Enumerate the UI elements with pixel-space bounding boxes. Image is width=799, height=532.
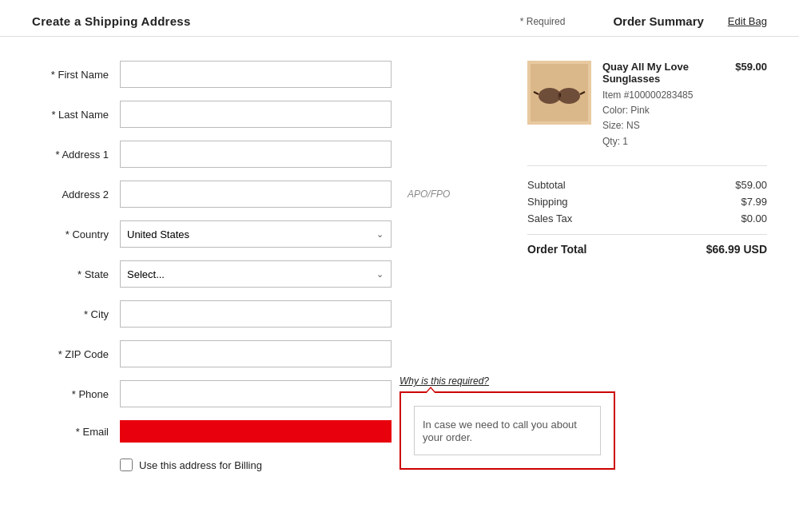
why-required-link[interactable]: Why is this required? xyxy=(400,375,489,387)
order-total-label: Order Total xyxy=(527,243,586,256)
product-name: Quay All My Love Sunglasses xyxy=(602,61,735,85)
item-number: Item #100000283485 xyxy=(602,88,767,103)
email-label: * Email xyxy=(32,426,120,438)
order-total-row: Order Total $66.99 USD xyxy=(527,234,767,256)
product-row: Quay All My Love Sunglasses $59.00 Item … xyxy=(527,61,767,166)
apo-fpo-link[interactable]: APO/FPO xyxy=(407,189,450,200)
state-select-wrapper: Select... ⌄ xyxy=(120,260,392,288)
order-summary-header: Order Summary Edit Bag xyxy=(613,14,767,28)
country-row: * Country United States ⌄ xyxy=(32,220,479,248)
order-summary-label: Order Summary xyxy=(613,14,703,28)
address1-row: * Address 1 xyxy=(32,141,479,168)
country-select[interactable]: United States xyxy=(120,220,392,248)
zip-row: * ZIP Code xyxy=(32,340,479,367)
phone-input[interactable] xyxy=(120,380,392,407)
page-header: Create a Shipping Address * Required Ord… xyxy=(0,0,799,37)
email-row: * Email xyxy=(32,420,479,443)
product-size: Size: NS xyxy=(602,118,767,133)
svg-point-1 xyxy=(539,88,561,104)
shipping-value: $7.99 xyxy=(741,196,767,208)
billing-label: Use this address for Billing xyxy=(139,459,262,471)
product-qty: Qty: 1 xyxy=(602,134,767,149)
first-name-label: * First Name xyxy=(32,69,120,81)
shipping-form: * First Name * Last Name * Address 1 Add… xyxy=(32,61,479,471)
address2-label: Address 2 xyxy=(32,189,120,200)
edit-bag-link[interactable]: Edit Bag xyxy=(728,15,767,27)
subtotal-value: $59.00 xyxy=(735,179,767,191)
state-label: * State xyxy=(32,268,120,280)
main-content: * First Name * Last Name * Address 1 Add… xyxy=(0,37,799,495)
subtotal-row: Subtotal $59.00 xyxy=(527,179,767,191)
sales-tax-label: Sales Tax xyxy=(527,212,572,224)
product-image xyxy=(527,61,591,125)
shipping-row: Shipping $7.99 xyxy=(527,196,767,208)
summary-rows: Subtotal $59.00 Shipping $7.99 Sales Tax… xyxy=(527,179,767,224)
last-name-input[interactable] xyxy=(120,101,392,128)
city-input[interactable] xyxy=(120,300,392,328)
first-name-row: * First Name xyxy=(32,61,479,88)
product-price: $59.00 xyxy=(735,61,767,73)
zip-input[interactable] xyxy=(120,340,392,367)
state-row: * State Select... ⌄ xyxy=(32,260,479,288)
page-title: Create a Shipping Address xyxy=(32,14,191,28)
product-info: Quay All My Love Sunglasses $59.00 Item … xyxy=(602,61,767,149)
address2-row: Address 2 APO/FPO xyxy=(32,181,479,208)
subtotal-label: Subtotal xyxy=(527,179,566,191)
city-row: * City xyxy=(32,300,479,328)
email-input[interactable] xyxy=(120,420,392,443)
sales-tax-value: $0.00 xyxy=(741,212,767,224)
phone-label: * Phone xyxy=(32,388,120,400)
product-thumbnail-svg xyxy=(531,64,588,121)
address1-label: * Address 1 xyxy=(32,149,120,161)
last-name-row: * Last Name xyxy=(32,101,479,128)
city-label: * City xyxy=(32,308,120,320)
last-name-label: * Last Name xyxy=(32,109,120,121)
country-label: * Country xyxy=(32,228,120,240)
billing-checkbox[interactable] xyxy=(120,459,133,471)
svg-point-2 xyxy=(558,88,580,104)
country-select-wrapper: United States ⌄ xyxy=(120,220,392,248)
order-total-value: $66.99 USD xyxy=(706,243,767,256)
required-note: * Required xyxy=(520,16,566,27)
state-select[interactable]: Select... xyxy=(120,260,392,288)
sales-tax-row: Sales Tax $0.00 xyxy=(527,212,767,224)
phone-row: * Phone Why is this required? In case we… xyxy=(32,380,479,407)
product-image-inner xyxy=(527,61,591,125)
address2-input[interactable] xyxy=(120,181,392,208)
first-name-input[interactable] xyxy=(120,61,392,88)
zip-label: * ZIP Code xyxy=(32,348,120,360)
product-color: Color: Pink xyxy=(602,103,767,118)
svg-rect-3 xyxy=(559,93,561,97)
shipping-label: Shipping xyxy=(527,196,568,208)
address1-input[interactable] xyxy=(120,141,392,168)
